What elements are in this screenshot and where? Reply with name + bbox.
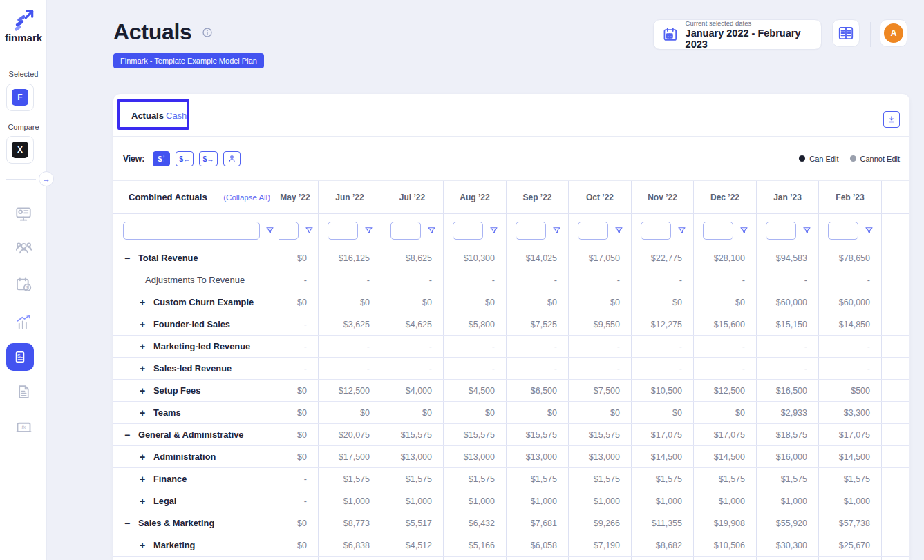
expand-row-icon[interactable]: +: [138, 386, 147, 396]
plan-badge[interactable]: Finmark - Template Example Model Plan: [113, 53, 264, 68]
month-filter-cell: [569, 214, 632, 247]
month-filter-input[interactable]: [641, 222, 671, 240]
row-spacer-cell: [882, 247, 909, 269]
month-filter-cell: [632, 214, 694, 247]
month-filter-input[interactable]: [703, 222, 733, 240]
sidebar-item-actuals-active[interactable]: $: [6, 343, 34, 371]
sidebar-item-payroll[interactable]: $: [0, 276, 47, 294]
collapse-row-icon[interactable]: −: [123, 253, 131, 263]
value-cell: $1,575: [569, 468, 632, 490]
sidebar-item-dashboard[interactable]: [0, 205, 47, 223]
month-filter-input[interactable]: [328, 222, 358, 240]
value-cell: -: [319, 358, 381, 379]
expand-row-icon[interactable]: +: [138, 364, 147, 374]
sidebar-expand-button[interactable]: →: [39, 171, 54, 186]
expand-row-icon[interactable]: +: [138, 320, 147, 329]
info-icon[interactable]: [202, 27, 213, 38]
value-cell: $30,300: [757, 534, 819, 556]
value-cell: $6,500: [507, 380, 569, 401]
filter-funnel-icon[interactable]: [552, 226, 561, 235]
month-filter-input[interactable]: [766, 222, 796, 240]
value-cell: $0: [319, 291, 381, 313]
collapse-row-icon[interactable]: −: [123, 430, 131, 440]
name-filter-input[interactable]: [123, 222, 260, 240]
month-filter-input[interactable]: [390, 222, 421, 240]
month-column-header: Jun ’22: [319, 181, 381, 213]
value-cell: $4,500: [444, 380, 507, 401]
month-filter-input[interactable]: [578, 222, 608, 240]
expand-row-icon[interactable]: +: [138, 541, 147, 550]
sidebar: finmark Selected F Compare X $ $: [0, 0, 47, 560]
month-column-header: Nov ’22: [632, 181, 694, 213]
value-cell: $6,838: [319, 534, 381, 556]
filter-funnel-icon[interactable]: [865, 226, 874, 235]
value-cell: $78,650: [819, 247, 882, 269]
month-header-label: Aug ’22: [460, 193, 489, 202]
sidebar-divider: [6, 179, 36, 180]
filter-funnel-icon[interactable]: [265, 226, 274, 235]
selected-model-button[interactable]: F: [6, 84, 34, 111]
collapse-row-icon[interactable]: −: [123, 519, 131, 528]
table-row: [113, 557, 909, 560]
compare-model-button[interactable]: X: [6, 136, 34, 164]
view-outflows-button[interactable]: $→: [199, 151, 217, 166]
sidebar-item-team[interactable]: [0, 238, 47, 257]
sidebar-item-metrics[interactable]: [0, 313, 47, 331]
finmark-logo[interactable]: finmark: [0, 7, 47, 44]
value-cell: $12,275: [632, 313, 694, 335]
expand-row-icon[interactable]: +: [138, 298, 147, 307]
sidebar-item-formulas[interactable]: fx: [0, 418, 47, 437]
selected-model-chip: F: [12, 89, 28, 106]
spreadsheet-view-button[interactable]: [832, 19, 860, 47]
filter-funnel-icon[interactable]: [677, 226, 686, 235]
value-cell: $1,000: [381, 490, 444, 512]
reports-doc-icon: [15, 383, 32, 400]
value-cell: $17,050: [569, 247, 632, 269]
value-cell: $7,681: [507, 512, 569, 534]
value-cell: -: [444, 358, 507, 379]
value-cell: $1,000: [444, 490, 507, 512]
value-cell: $7,525: [507, 313, 569, 335]
filter-funnel-icon[interactable]: [614, 226, 623, 235]
value-cell: $9,266: [569, 512, 632, 534]
date-range-selector[interactable]: Current selected dates January 2022 - Fe…: [653, 19, 822, 50]
expand-row-icon[interactable]: +: [138, 474, 147, 484]
value-cell: $0: [279, 534, 319, 556]
table-header-row: Combined Actuals (Collapse All) May ’22J…: [113, 181, 909, 214]
expand-row-icon[interactable]: +: [138, 452, 147, 462]
value-cell: $10,300: [444, 247, 507, 269]
filter-funnel-icon[interactable]: [739, 226, 748, 235]
row-name-cell: +Sales-led Revenue: [113, 358, 279, 379]
download-button[interactable]: [883, 111, 900, 128]
view-inflows-button[interactable]: $←: [176, 151, 194, 166]
filter-funnel-icon[interactable]: [364, 226, 373, 235]
filter-funnel-icon[interactable]: [802, 226, 811, 235]
month-filter-input[interactable]: [828, 222, 858, 240]
month-filter-input[interactable]: [453, 222, 483, 240]
tab-actuals[interactable]: Actuals: [131, 94, 164, 137]
table-row: +Administration$0$17,500$13,000$13,000$1…: [113, 446, 909, 468]
value-cell: $13,000: [381, 446, 444, 467]
value-cell: $6,432: [444, 512, 507, 534]
month-filter-input[interactable]: [279, 222, 299, 240]
expand-row-icon[interactable]: +: [138, 342, 147, 351]
filter-funnel-icon[interactable]: [489, 226, 498, 235]
value-cell: $0: [279, 247, 319, 269]
value-cell: $6,058: [507, 534, 569, 556]
month-column-header: May ’22: [279, 181, 319, 213]
expand-row-icon[interactable]: +: [138, 496, 147, 506]
sidebar-item-reports[interactable]: [0, 383, 47, 400]
expand-row-icon[interactable]: +: [138, 408, 147, 418]
value-cell: -: [819, 336, 882, 357]
view-label: View:: [123, 154, 144, 164]
collapse-all-link[interactable]: (Collapse All): [223, 193, 270, 202]
view-all-values-button[interactable]: $ ↑↓: [153, 151, 170, 166]
month-filter-input[interactable]: [516, 222, 546, 240]
view-headcount-button[interactable]: [223, 151, 241, 166]
filter-funnel-icon[interactable]: [427, 226, 436, 235]
value-cell: [381, 557, 444, 560]
value-cell: $5,517: [381, 512, 444, 534]
filter-funnel-icon[interactable]: [305, 226, 314, 235]
user-menu-button[interactable]: A: [880, 19, 907, 47]
tab-cash[interactable]: Cash: [166, 94, 187, 137]
